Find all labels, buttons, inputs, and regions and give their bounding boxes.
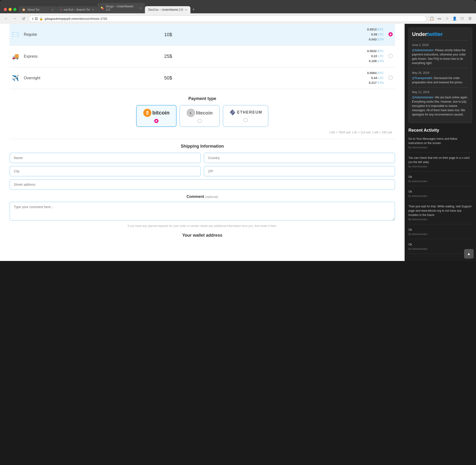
under-twitter-widget: Undertwitter June 3, 2019 @Administrator…	[408, 28, 472, 123]
back-button[interactable]: ←	[3, 15, 10, 22]
regular-radio-cell[interactable]	[386, 24, 395, 45]
minimize-window-button[interactable]	[9, 8, 12, 11]
regular-crypto-prices: 0.0013 BTC 0.09 LTC 0.043 ETH	[246, 24, 386, 45]
comment-hint: If you have any special requests for you…	[10, 224, 395, 228]
tweet-2: May 26, 2019 @TranspondiA: Decreased the…	[412, 68, 469, 87]
tweet-2-text: @TranspondiA: Decreased the order prepar…	[412, 76, 469, 85]
bookmark-button[interactable]: ☆	[444, 15, 450, 22]
payment-litecoin[interactable]: Ł litecoin	[179, 105, 220, 127]
reader-view-button[interactable]: 📋	[428, 15, 435, 22]
express-price: 25$	[162, 45, 246, 67]
payment-section-title: Payment type	[10, 96, 395, 101]
shipping-form	[10, 153, 395, 190]
tweet-3-user[interactable]: @Administrator	[412, 96, 433, 99]
overnight-price: 50$	[162, 67, 246, 89]
tab-about-tor-close[interactable]: ✕	[52, 8, 53, 11]
payment-ethereum[interactable]: ETHEREUM	[223, 105, 269, 127]
browser-window: 🧅 About Tor ✕ ● not Evil – Search Tor ✕ …	[0, 0, 476, 261]
title-bar: 🧅 About Tor ✕ ● not Evil – Search Tor ✕ …	[0, 0, 476, 13]
regular-price: 10$	[162, 24, 246, 45]
express-ltc-val: 0.22	[371, 54, 377, 58]
tab-not-evil[interactable]: ● not Evil – Search Tor ✕	[57, 6, 97, 13]
fullscreen-window-button[interactable]	[13, 8, 16, 11]
tab-doccoc[interactable]: DocCoc – UnderMarket 2.0 ✕	[145, 6, 190, 13]
address-bar-input-wrap[interactable]: ℹ 🖼 🔒 gdaqpaukrkqwjop6.onion/doccoc/#mor…	[29, 15, 426, 22]
comment-optional-label: (optional)	[205, 195, 218, 199]
overnight-btc-val: 0.0064	[367, 71, 377, 75]
litecoin-radio[interactable]	[197, 119, 202, 123]
delivery-table: ✉️ Regular 10$ 0.0013 BTC 0.09 LTC 0.043…	[10, 24, 395, 89]
menu-button[interactable]: ☰	[466, 15, 473, 22]
activity-7-by: By Administrator	[408, 247, 472, 250]
regular-radio[interactable]	[388, 32, 393, 36]
overnight-icon: ✈️	[10, 67, 21, 89]
express-btc-val: 0.0032	[367, 49, 377, 53]
bitcoin-radio[interactable]	[154, 119, 158, 123]
comment-section: Comment (optional) If you have any speci…	[10, 195, 395, 228]
city-input[interactable]	[10, 166, 201, 176]
lock-icon: 🔒	[39, 17, 43, 21]
express-radio[interactable]	[388, 54, 393, 58]
under-blue-text: twitter	[427, 31, 443, 37]
tab-doccoc-label: DocCoc – UnderMarket 2.0	[148, 8, 183, 11]
ethereum-label: ETHEREUM	[237, 110, 262, 115]
bitcoin-label: bitcoin	[152, 110, 169, 116]
activity-1-text: Go to Your Messages menu and follow inst…	[408, 137, 472, 145]
tab-about-tor[interactable]: 🧅 About Tor ✕	[19, 6, 57, 13]
account-button[interactable]: 👤	[451, 15, 458, 22]
activity-item-1: Go to Your Messages menu and follow inst…	[408, 137, 472, 152]
litecoin-label: litecoin	[196, 110, 213, 116]
express-radio-cell[interactable]	[386, 45, 395, 67]
activity-item-5: Then just wait for that. While waiting, …	[408, 204, 472, 224]
country-input[interactable]	[204, 153, 395, 163]
express-crypto-prices: 0.0032 BTC 0.22 LTC 0.109 ETH	[246, 45, 386, 67]
btc-icon: ₿	[143, 109, 151, 117]
activity-item-2: You can check that info on their page in…	[408, 156, 472, 171]
tweet-3-text: @Administrator: We are back online again…	[412, 95, 469, 117]
activity-item-6: Ok By Administrator	[408, 228, 472, 239]
tab-not-evil-label: not Evil – Search Tor	[64, 8, 90, 11]
regular-icon: ✉️	[10, 24, 21, 45]
shipping-section-title: Shipping Information	[10, 144, 395, 149]
regular-btc-val: 0.0013	[367, 28, 377, 31]
activity-5-by: By Administrator	[408, 218, 472, 221]
divider-1	[10, 139, 395, 139]
ethereum-radio[interactable]	[243, 118, 248, 122]
name-input[interactable]	[10, 153, 201, 163]
browser-tools: 📋 ••• ☆ 👤 🛡 ☰	[428, 15, 473, 22]
address-input[interactable]	[10, 179, 395, 190]
overnight-radio-cell[interactable]	[386, 67, 395, 89]
tab-doccoc-close[interactable]: ✕	[185, 8, 187, 11]
close-window-button[interactable]	[4, 8, 7, 11]
tweet-2-user[interactable]: @TranspondiA	[412, 76, 432, 80]
info-icon: ℹ	[32, 17, 33, 21]
tab-not-evil-close[interactable]: ✕	[92, 8, 94, 11]
tab-about-tor-label: About Tor	[27, 8, 40, 11]
exchange-rate: 1 btc = 7819 usd. 1 ltc = 114 usd. 1 eth…	[10, 131, 395, 134]
zip-input[interactable]	[204, 166, 395, 176]
activity-6-text: Ok	[408, 228, 472, 232]
new-tab-button[interactable]: +	[190, 6, 197, 13]
eth-icon	[229, 109, 236, 116]
comment-textarea[interactable]	[10, 202, 395, 221]
litecoin-logo: Ł litecoin	[187, 109, 213, 117]
comment-title: Comment (optional)	[10, 195, 395, 199]
delivery-row-regular: ✉️ Regular 10$ 0.0013 BTC 0.09 LTC 0.043…	[10, 24, 395, 45]
tab-drugs-close[interactable]: ✕	[139, 7, 142, 10]
wallet-section-title: Your wallet address	[10, 233, 395, 238]
regular-name: Regular	[21, 24, 162, 45]
tab-drugs[interactable]: 💊 Drugs – UnderMarket 2.0 ✕	[97, 3, 145, 13]
tweet-1-user[interactable]: @Administrator	[412, 49, 433, 52]
more-options-button[interactable]: •••	[436, 15, 443, 22]
scroll-top-button[interactable]: ▲	[464, 249, 474, 259]
payment-bitcoin[interactable]: ₿ bitcoin	[136, 105, 176, 127]
overnight-radio[interactable]	[388, 75, 393, 80]
forward-button[interactable]: →	[11, 15, 18, 22]
image-icon: 🖼	[35, 17, 38, 21]
delivery-row-express: 🚚 Express 25$ 0.0032 BTC 0.22 LTC 0.109 …	[10, 45, 395, 67]
under-twitter-header: Undertwitter	[412, 31, 469, 37]
content-area: ✉️ Regular 10$ 0.0013 BTC 0.09 LTC 0.043…	[0, 24, 476, 261]
refresh-button[interactable]: ↺	[20, 15, 27, 22]
shield-button[interactable]: 🛡	[459, 15, 466, 22]
recent-activity-title: Recent Activity	[408, 128, 472, 133]
